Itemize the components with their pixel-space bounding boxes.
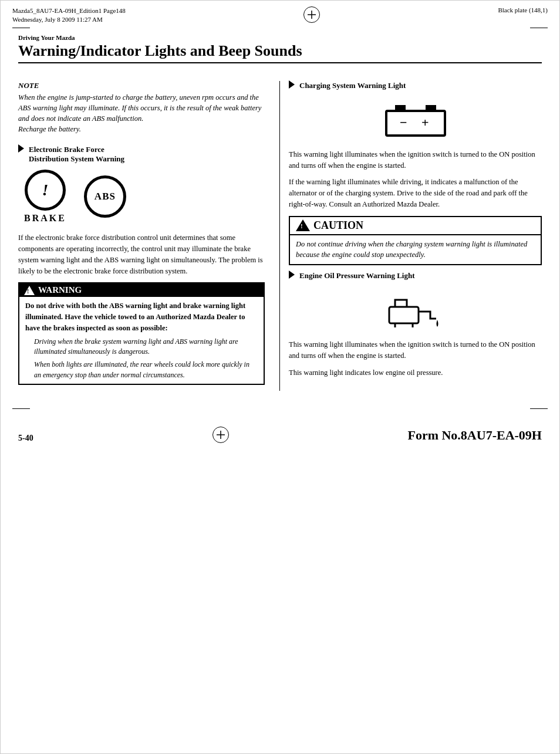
header-right: Black plate (148,1) (498, 6, 548, 13)
header-right-text: Black plate (148,1) (498, 6, 548, 13)
battery-icon: − + (383, 99, 448, 140)
ebf-body: If the electronic brake force distributi… (18, 232, 265, 276)
title-divider (18, 62, 542, 63)
note-block: NOTE When the engine is jump-started to … (18, 81, 265, 135)
caution-header: CAUTION (290, 217, 541, 235)
page-title-section: Driving Your Mazda Warning/Indicator Lig… (1, 28, 559, 75)
engine-oil-body2: This warning light indicates low engine … (289, 367, 542, 378)
page-header: Mazda5_8AU7-EA-09H_Edition1 Page148 Wedn… (1, 1, 559, 28)
triangle-bullet-charging (289, 80, 295, 89)
charging-body2: If the warning light illuminates while d… (289, 177, 542, 209)
note-text: When the engine is jump-started to charg… (18, 92, 265, 135)
triangle-bullet-ebf (18, 144, 24, 153)
form-number: Form No.8AU7-EA-09H (407, 428, 542, 443)
section-label: Driving Your Mazda (18, 34, 542, 41)
svg-rect-3 (395, 105, 406, 111)
oil-icon-area (289, 289, 542, 330)
battery-icon-area: − + (289, 99, 542, 140)
caution-label: CAUTION (313, 219, 363, 232)
engine-oil-heading-text: Engine Oil Pressure Warning Light (299, 271, 414, 280)
column-separator (279, 81, 280, 391)
caution-box: CAUTION Do not continue driving when the… (289, 216, 542, 266)
engine-oil-heading: Engine Oil Pressure Warning Light (289, 271, 542, 280)
warning-sub1: Driving when the brake system warning li… (34, 337, 258, 357)
warning-bold-text: Do not drive with both the ABS warning l… (25, 300, 258, 333)
charging-body1: This warning light illuminates when the … (289, 149, 542, 171)
main-content: NOTE When the engine is jump-started to … (1, 75, 559, 403)
charging-heading-text: Charging System Warning Light (299, 81, 406, 90)
warning-triangle-icon (24, 286, 35, 295)
caution-triangle-icon (296, 219, 310, 231)
svg-rect-2 (386, 111, 445, 136)
svg-text:+: + (421, 115, 429, 130)
warning-label: WARNING (38, 285, 82, 295)
page-title: Warning/Indicator Lights and Beep Sounds (18, 42, 542, 60)
page-number: 5-40 (18, 434, 33, 443)
footer-circle-decoration (212, 427, 229, 443)
charging-heading: Charging System Warning Light (289, 81, 542, 90)
ebf-heading-text: Electronic Brake Force Distribution Syst… (29, 145, 124, 164)
header-line1: Mazda5_8AU7-EA-09H_Edition1 Page148 (12, 6, 126, 15)
svg-rect-4 (426, 105, 436, 111)
header-line2: Wednesday, July 8 2009 11:27 AM (12, 15, 126, 24)
svg-text:−: − (400, 115, 407, 130)
left-column: NOTE When the engine is jump-started to … (18, 81, 276, 391)
triangle-bullet-oil (289, 271, 295, 279)
footer-center (212, 427, 229, 443)
brake-icon-area: ! BRAKE ABS (24, 170, 265, 224)
warning-header: WARNING (19, 283, 264, 297)
engine-oil-body1: This warning light illuminates when the … (289, 339, 542, 361)
header-center (303, 6, 320, 24)
brake-circle: ! (25, 170, 66, 211)
note-title: NOTE (18, 81, 265, 90)
right-column: Charging System Warning Light − + This w… (283, 81, 542, 391)
page-footer: 5-40 Form No.8AU7-EA-09H (1, 421, 559, 452)
caution-content: Do not continue driving when the chargin… (290, 235, 541, 265)
oil-pressure-icon (383, 289, 448, 330)
ebf-heading: Electronic Brake Force Distribution Syst… (18, 145, 265, 164)
header-left: Mazda5_8AU7-EA-09H_Edition1 Page148 Wedn… (12, 6, 126, 25)
svg-rect-7 (389, 307, 419, 323)
warning-box: WARNING Do not drive with both the ABS w… (18, 282, 265, 385)
abs-circle: ABS (84, 175, 126, 218)
header-circle-decoration (303, 6, 320, 23)
page-wrapper: Mazda5_8AU7-EA-09H_Edition1 Page148 Wedn… (0, 0, 560, 754)
brake-icon: ! BRAKE (24, 170, 66, 224)
warning-sub2: When both lights are illuminated, the re… (34, 360, 258, 380)
brake-label: BRAKE (24, 213, 66, 224)
